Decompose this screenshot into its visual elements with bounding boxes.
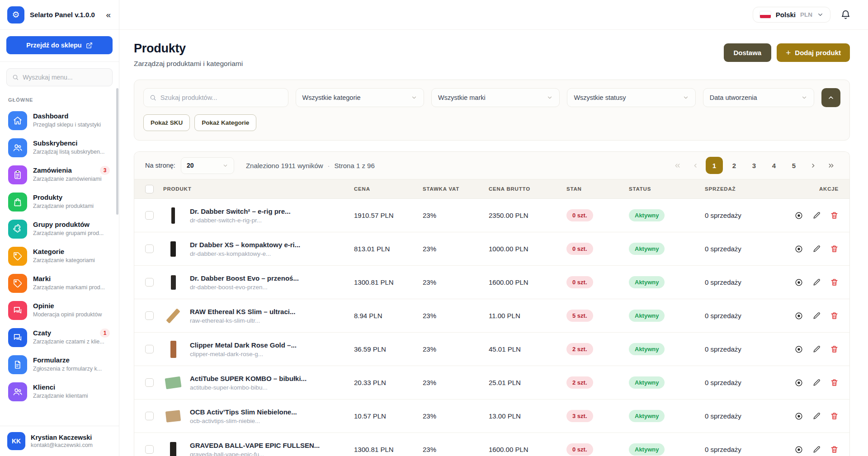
row-checkbox[interactable] — [145, 445, 154, 454]
delivery-button[interactable]: Dostawa — [724, 43, 772, 62]
delete-button[interactable] — [830, 412, 839, 421]
sidebar-item-klienci[interactable]: Klienci Zarządzanie klientami — [5, 378, 113, 405]
delete-button[interactable] — [830, 244, 839, 254]
view-button[interactable] — [794, 244, 803, 254]
per-page-select[interactable]: 20 — [181, 157, 234, 174]
sidebar-item-label: Dashboard — [33, 112, 111, 120]
topbar: Polski PLN — [119, 0, 868, 30]
eye-icon — [794, 445, 803, 454]
edit-button[interactable] — [812, 211, 821, 220]
select-all-checkbox[interactable] — [145, 185, 154, 193]
view-button[interactable] — [794, 311, 803, 320]
edit-button[interactable] — [812, 445, 821, 454]
sidebar-item-czaty[interactable]: Czaty Zarządzanie czatami z klie... 1 — [5, 324, 113, 351]
sidebar-user[interactable]: KK Krystian Kaczewski kontakt@kaczewski.… — [0, 426, 119, 456]
stock-badge: 2 szt. — [566, 376, 593, 389]
product-name[interactable]: GRAVEDA BALL-VAPE EPIC FULLSEN... — [190, 442, 320, 449]
row-checkbox[interactable] — [145, 278, 154, 287]
trash-icon — [830, 378, 839, 387]
edit-button[interactable] — [812, 378, 821, 387]
page-button-3[interactable]: 3 — [745, 157, 763, 174]
product-slug: graveda-ball-vape-epic-fu... — [190, 451, 320, 456]
product-name[interactable]: RAW Ethereal KS Slim – ultraci... — [190, 308, 295, 315]
show-sku-button[interactable]: Pokaż SKU — [143, 114, 190, 131]
page-button-1[interactable]: 1 — [706, 157, 723, 174]
view-button[interactable] — [794, 445, 803, 454]
price-net: 36.59 PLN — [354, 345, 423, 353]
notifications-bell-icon[interactable] — [840, 9, 851, 20]
sidebar-item-kategorie[interactable]: Kategorie Zarządzanie kategoriami — [5, 243, 113, 270]
table-row: Dr. Dabber Switch² – e-rig pre... dr-dab… — [134, 199, 849, 232]
sidebar-item-desc: Zarządzanie grupami prod... — [33, 230, 111, 236]
sidebar-item-opinie[interactable]: Opinie Moderacja opinii produktów — [5, 297, 113, 324]
next-page-button[interactable] — [805, 158, 821, 173]
row-checkbox[interactable] — [145, 378, 154, 387]
view-button[interactable] — [794, 412, 803, 421]
page-button-5[interactable]: 5 — [785, 157, 802, 174]
last-page-button[interactable] — [823, 158, 839, 173]
row-checkbox[interactable] — [145, 244, 154, 253]
view-button[interactable] — [794, 278, 803, 287]
edit-button[interactable] — [812, 311, 821, 320]
edit-button[interactable] — [812, 244, 821, 254]
view-button[interactable] — [794, 345, 803, 354]
product-name[interactable]: Dr Dabber XS – kompaktowy e-ri... — [190, 241, 300, 249]
first-page-button[interactable] — [670, 158, 685, 173]
edit-button[interactable] — [812, 278, 821, 287]
brand-filter-select[interactable]: Wszystkie marki — [431, 88, 560, 107]
menu-search-input[interactable] — [23, 74, 107, 81]
row-checkbox[interactable] — [145, 345, 154, 353]
edit-button[interactable] — [812, 412, 821, 421]
view-button[interactable] — [794, 378, 803, 387]
plus-icon: + — [786, 48, 791, 57]
sidebar-item-marki[interactable]: Marki Zarządzanie markami prod... — [5, 270, 113, 297]
view-button[interactable] — [794, 211, 803, 220]
product-search-input[interactable] — [160, 94, 282, 101]
page-button-4[interactable]: 4 — [765, 157, 783, 174]
sales-count: 0 sprzedaży — [705, 412, 790, 420]
menu-search-wrap — [0, 62, 119, 89]
row-checkbox[interactable] — [145, 211, 154, 220]
product-name[interactable]: Dr. Dabber Boost Evo – przenoś... — [190, 274, 299, 282]
date-filter-select[interactable]: Data utworzenia — [703, 88, 814, 107]
category-filter-select[interactable]: Wszystkie kategorie — [296, 88, 424, 107]
collapse-filters-button[interactable] — [821, 88, 840, 107]
delete-button[interactable] — [830, 345, 839, 354]
double-chevron-right-icon — [827, 162, 835, 169]
row-checkbox[interactable] — [145, 311, 154, 320]
notification-badge: 3 — [100, 166, 110, 175]
delete-button[interactable] — [830, 311, 839, 320]
sidebar-item-zamowienia[interactable]: Zamówienia Zarządzanie zamówieniami 3 — [5, 161, 113, 188]
delete-button[interactable] — [830, 445, 839, 454]
product-name[interactable]: OCB Activ’Tips Slim Niebielone... — [190, 408, 297, 416]
edit-button[interactable] — [812, 345, 821, 354]
pencil-icon — [812, 311, 821, 320]
sidebar-item-subskrybenci[interactable]: Subskrybenci Zarządzaj listą subskryben.… — [5, 134, 113, 161]
product-name[interactable]: Dr. Dabber Switch² – e-rig pre... — [190, 207, 291, 215]
date-filter-value: Data utworzenia — [710, 94, 757, 101]
sidebar-item-formularze[interactable]: Formularze Zgłoszenia z formularzy k... — [5, 351, 113, 378]
status-filter-select[interactable]: Wszystkie statusy — [567, 88, 695, 107]
product-thumbnail — [163, 373, 183, 393]
users-icon — [13, 387, 23, 397]
row-checkbox[interactable] — [145, 412, 154, 420]
delete-button[interactable] — [830, 211, 839, 220]
users-icon — [13, 143, 23, 153]
delete-button[interactable] — [830, 278, 839, 287]
sidebar-collapse-icon[interactable]: « — [105, 10, 112, 20]
language-selector[interactable]: Polski PLN — [753, 7, 830, 23]
page-button-2[interactable]: 2 — [726, 157, 743, 174]
product-name[interactable]: ActiTube SUPER KOMBO – bibułki... — [190, 375, 307, 382]
col-sales: SPRZEDAŻ — [705, 186, 790, 192]
vat-rate: 23% — [423, 379, 489, 386]
sidebar-item-produkty[interactable]: Produkty Zarządzanie produktami — [5, 188, 113, 216]
show-categories-button[interactable]: Pokaż Kategorie — [194, 114, 256, 131]
add-product-button[interactable]: + Dodaj produkt — [777, 43, 850, 62]
sidebar-item-grupy-produktow[interactable]: Grupy produktów Zarządzanie grupami prod… — [5, 216, 113, 243]
sidebar-item-dashboard[interactable]: Dashboard Przegląd sklepu i statystyki — [5, 107, 113, 134]
prev-page-button[interactable] — [688, 158, 703, 173]
product-name[interactable]: Clipper Metal Dark Rose Gold –... — [190, 341, 297, 349]
go-to-shop-button[interactable]: Przejdź do sklepu — [6, 36, 113, 54]
delete-button[interactable] — [830, 378, 839, 387]
sidebar-scrollbar[interactable] — [116, 88, 118, 215]
